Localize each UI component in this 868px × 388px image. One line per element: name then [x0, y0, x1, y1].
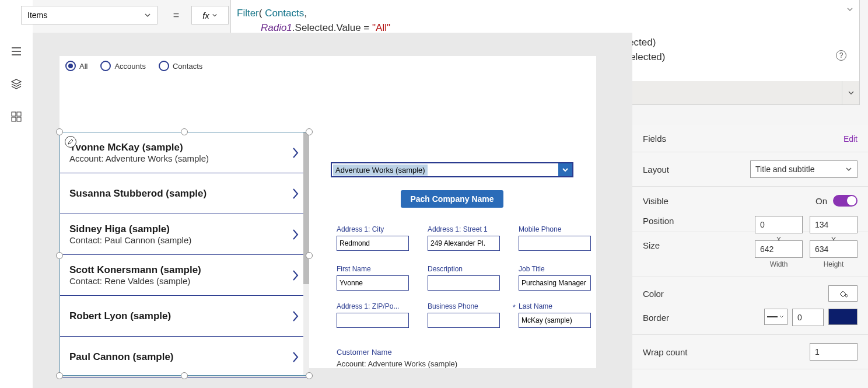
job-title-input[interactable]: Purchasing Manager	[519, 275, 591, 291]
required-asterisk: *	[513, 303, 516, 312]
chevron-down-icon	[779, 314, 785, 320]
selection-handle[interactable]	[306, 372, 313, 379]
paint-bucket-icon	[838, 289, 848, 298]
svg-rect-3	[17, 117, 21, 121]
mobile-input[interactable]	[519, 236, 591, 251]
app-screen: All Accounts Contacts Yvonne McKay (samp…	[60, 56, 596, 368]
svg-rect-0	[12, 112, 16, 116]
field-bphone: Business Phone	[428, 302, 506, 328]
field-city: Address 1: CityRedmond	[337, 225, 415, 251]
patch-company-button[interactable]: Pach Company Name	[401, 190, 503, 208]
border-color-swatch[interactable]	[828, 309, 858, 325]
prop-fields: Fields Edit	[632, 125, 868, 152]
selection-handle[interactable]	[56, 372, 63, 379]
equals-label: =	[167, 6, 186, 25]
chevron-down-icon	[212, 12, 218, 18]
gallery-row[interactable]: Susanna Stubberod (sample)	[60, 173, 309, 214]
prop-color: Color	[632, 277, 868, 305]
chevron-down-icon	[848, 89, 855, 96]
visible-toggle[interactable]	[833, 195, 858, 207]
selection-handle[interactable]	[181, 372, 188, 379]
gallery-row[interactable]: Paul Cannon (sample)	[60, 337, 309, 377]
size-w-input[interactable]: 642	[755, 240, 803, 258]
selection-handle[interactable]	[56, 128, 63, 135]
field-mobile: Mobile Phone	[519, 225, 597, 251]
field-zip: Address 1: ZIP/Po...	[337, 302, 415, 328]
chevron-down-icon	[845, 166, 852, 173]
gallery-row[interactable]: Robert Lyon (sample)	[60, 296, 309, 337]
field-desc: Description	[428, 265, 506, 291]
fx-label: fx	[202, 11, 209, 20]
property-selector-value: Items	[27, 11, 47, 20]
chevron-right-icon[interactable]	[291, 146, 299, 159]
pos-y-input[interactable]: 134	[810, 216, 858, 233]
radio-group: All Accounts Contacts	[65, 61, 202, 71]
radio-contacts[interactable]: Contacts	[159, 61, 202, 71]
formula-expand-button[interactable]	[842, 81, 859, 104]
fx-button[interactable]: fx	[191, 6, 229, 25]
chevron-right-icon[interactable]	[291, 269, 299, 282]
chevron-right-icon[interactable]	[291, 351, 299, 363]
chevron-down-icon[interactable]	[846, 6, 853, 13]
edit-pencil-icon[interactable]	[65, 136, 76, 148]
radio-all[interactable]: All	[65, 61, 88, 71]
field-last: *Last NameMcKay (sample)	[519, 302, 597, 328]
canvas: All Accounts Contacts Yvonne McKay (samp…	[33, 33, 632, 388]
layers-icon[interactable]	[10, 78, 22, 90]
size-h-input[interactable]: 634	[810, 240, 858, 258]
street-input[interactable]: 249 Alexander Pl.	[428, 236, 500, 251]
description-input[interactable]	[428, 275, 500, 291]
chevron-down-icon	[144, 12, 151, 19]
property-selector[interactable]: Items	[21, 6, 158, 25]
field-first: First NameYvonne	[337, 265, 415, 291]
prop-border: Border 0	[632, 305, 868, 335]
prop-visible-position: Visible On Position 0X 134Y	[632, 187, 868, 232]
city-input[interactable]: Redmond	[337, 236, 409, 251]
business-phone-input[interactable]	[428, 313, 500, 328]
border-width-input[interactable]: 0	[792, 309, 824, 326]
selection-handle[interactable]	[56, 252, 63, 259]
customer-name-label: Customer Name	[337, 348, 392, 356]
grid-icon[interactable]	[10, 111, 22, 123]
field-street: Address 1: Street 1249 Alexander Pl.	[428, 225, 506, 251]
selection-handle[interactable]	[306, 128, 313, 135]
selection-handle[interactable]	[306, 252, 313, 259]
pos-x-input[interactable]: 0	[755, 216, 803, 233]
wrap-count-input[interactable]: 1	[810, 343, 858, 361]
gallery-row[interactable]: Scott Konersmann (sample)Contact: Rene V…	[60, 255, 309, 296]
svg-rect-1	[17, 112, 21, 116]
customer-name-value: Account: Adventure Works (sample)	[337, 359, 457, 368]
help-icon[interactable]: ?	[836, 50, 846, 61]
properties-panel: Fields Edit Layout Title and subtitle Vi…	[632, 125, 868, 388]
last-name-input[interactable]: McKay (sample)	[519, 313, 591, 328]
prop-wrap: Wrap count 1	[632, 335, 868, 369]
prop-layout: Layout Title and subtitle	[632, 152, 868, 187]
chevron-down-icon[interactable]	[558, 163, 572, 176]
gallery[interactable]: Yvonne McKay (sample)Account: Adventure …	[60, 132, 309, 376]
first-name-input[interactable]: Yvonne	[337, 275, 409, 291]
combobox-company[interactable]: Adventure Works (sample)	[331, 162, 573, 177]
selection-handle[interactable]	[181, 128, 188, 135]
gallery-row[interactable]: Sidney Higa (sample)Contact: Paul Cannon…	[60, 214, 309, 255]
field-job: Job TitlePurchasing Manager	[519, 265, 597, 291]
hamburger-icon[interactable]	[10, 46, 22, 57]
chevron-right-icon[interactable]	[291, 228, 299, 241]
chevron-right-icon[interactable]	[291, 310, 299, 323]
left-icon-rail	[0, 0, 33, 388]
chevron-right-icon[interactable]	[291, 187, 299, 200]
edit-fields-link[interactable]: Edit	[844, 134, 858, 144]
gallery-row[interactable]: Yvonne McKay (sample)Account: Adventure …	[60, 132, 309, 173]
border-style-select[interactable]	[764, 309, 788, 325]
svg-rect-2	[12, 117, 16, 121]
color-swatch[interactable]	[828, 285, 858, 302]
layout-select[interactable]: Title and subtitle	[750, 160, 858, 178]
zip-input[interactable]	[337, 313, 409, 328]
radio-accounts[interactable]: Accounts	[100, 61, 145, 71]
